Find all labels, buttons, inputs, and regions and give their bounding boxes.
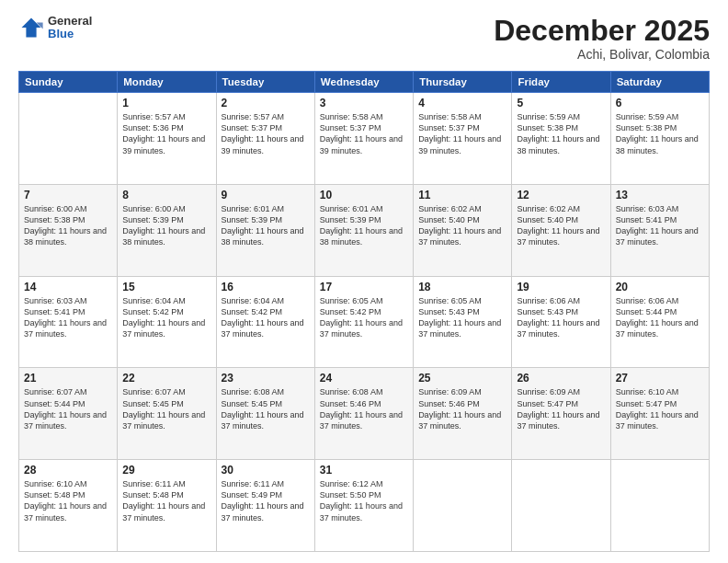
day-number: 24 <box>320 372 408 385</box>
table-row: 21Sunrise: 6:07 AM Sunset: 5:44 PM Dayli… <box>19 368 118 460</box>
table-row: 24Sunrise: 6:08 AM Sunset: 5:46 PM Dayli… <box>314 368 413 460</box>
calendar-week-1: 7Sunrise: 6:00 AM Sunset: 5:38 PM Daylig… <box>19 184 710 276</box>
day-number: 20 <box>616 281 704 293</box>
day-info: Sunrise: 5:59 AM Sunset: 5:38 PM Dayligh… <box>517 111 605 156</box>
day-info: Sunrise: 6:02 AM Sunset: 5:40 PM Dayligh… <box>517 203 605 248</box>
day-number: 7 <box>24 189 112 201</box>
day-number: 30 <box>222 464 310 477</box>
table-row: 18Sunrise: 6:05 AM Sunset: 5:43 PM Dayli… <box>414 276 512 368</box>
table-row: 28Sunrise: 6:10 AM Sunset: 5:48 PM Dayli… <box>19 460 118 552</box>
day-number: 12 <box>517 189 605 201</box>
day-info: Sunrise: 6:10 AM Sunset: 5:47 PM Dayligh… <box>616 386 704 431</box>
logo-text: General Blue <box>48 15 92 41</box>
calendar-header-row: Sunday Monday Tuesday Wednesday Thursday… <box>19 72 710 93</box>
day-info: Sunrise: 6:10 AM Sunset: 5:48 PM Dayligh… <box>24 478 112 523</box>
table-row: 22Sunrise: 6:07 AM Sunset: 5:45 PM Dayli… <box>118 368 216 460</box>
day-info: Sunrise: 6:11 AM Sunset: 5:49 PM Dayligh… <box>222 478 310 523</box>
table-row: 1Sunrise: 5:57 AM Sunset: 5:36 PM Daylig… <box>118 93 216 185</box>
day-number: 8 <box>122 189 210 201</box>
day-number: 16 <box>222 281 310 293</box>
page: General Blue December 2025 Achi, Bolivar… <box>0 0 728 563</box>
table-row: 7Sunrise: 6:00 AM Sunset: 5:38 PM Daylig… <box>19 184 118 276</box>
day-number: 31 <box>320 464 408 477</box>
day-info: Sunrise: 5:57 AM Sunset: 5:36 PM Dayligh… <box>122 111 210 156</box>
day-info: Sunrise: 6:04 AM Sunset: 5:42 PM Dayligh… <box>122 295 210 340</box>
title-block: December 2025 Achi, Bolivar, Colombia <box>494 15 710 62</box>
day-info: Sunrise: 6:01 AM Sunset: 5:39 PM Dayligh… <box>222 203 310 248</box>
day-number: 13 <box>616 189 704 201</box>
table-row <box>19 93 118 185</box>
day-info: Sunrise: 6:03 AM Sunset: 5:41 PM Dayligh… <box>24 295 112 340</box>
table-row: 20Sunrise: 6:06 AM Sunset: 5:44 PM Dayli… <box>610 276 709 368</box>
day-number: 28 <box>24 464 112 477</box>
day-info: Sunrise: 6:03 AM Sunset: 5:41 PM Dayligh… <box>616 203 704 248</box>
day-number: 4 <box>418 97 506 109</box>
th-tuesday: Tuesday <box>216 72 314 93</box>
table-row: 8Sunrise: 6:00 AM Sunset: 5:39 PM Daylig… <box>118 184 216 276</box>
day-info: Sunrise: 6:09 AM Sunset: 5:47 PM Dayligh… <box>517 386 605 431</box>
day-number: 18 <box>418 281 506 293</box>
table-row <box>610 460 709 552</box>
table-row: 16Sunrise: 6:04 AM Sunset: 5:42 PM Dayli… <box>216 276 314 368</box>
day-info: Sunrise: 6:08 AM Sunset: 5:45 PM Dayligh… <box>222 386 310 431</box>
calendar-week-0: 1Sunrise: 5:57 AM Sunset: 5:36 PM Daylig… <box>19 93 710 185</box>
table-row: 10Sunrise: 6:01 AM Sunset: 5:39 PM Dayli… <box>314 184 413 276</box>
th-monday: Monday <box>118 72 216 93</box>
day-info: Sunrise: 5:58 AM Sunset: 5:37 PM Dayligh… <box>418 111 506 156</box>
table-row: 15Sunrise: 6:04 AM Sunset: 5:42 PM Dayli… <box>118 276 216 368</box>
logo-icon <box>18 15 44 40</box>
table-row: 13Sunrise: 6:03 AM Sunset: 5:41 PM Dayli… <box>610 184 709 276</box>
day-info: Sunrise: 6:12 AM Sunset: 5:50 PM Dayligh… <box>320 478 408 523</box>
day-info: Sunrise: 6:11 AM Sunset: 5:48 PM Dayligh… <box>122 478 210 523</box>
logo: General Blue <box>18 15 92 41</box>
calendar-week-4: 28Sunrise: 6:10 AM Sunset: 5:48 PM Dayli… <box>19 460 710 552</box>
table-row: 6Sunrise: 5:59 AM Sunset: 5:38 PM Daylig… <box>610 93 709 185</box>
day-info: Sunrise: 6:02 AM Sunset: 5:40 PM Dayligh… <box>418 203 506 248</box>
logo-general: General <box>48 15 92 28</box>
location-subtitle: Achi, Bolivar, Colombia <box>494 47 710 62</box>
day-number: 17 <box>320 281 408 293</box>
day-number: 9 <box>222 189 310 201</box>
table-row: 14Sunrise: 6:03 AM Sunset: 5:41 PM Dayli… <box>19 276 118 368</box>
table-row <box>414 460 512 552</box>
day-number: 1 <box>122 97 210 109</box>
day-number: 26 <box>517 372 605 385</box>
day-number: 29 <box>122 464 210 477</box>
day-number: 21 <box>24 372 112 385</box>
day-number: 3 <box>320 97 408 109</box>
table-row: 30Sunrise: 6:11 AM Sunset: 5:49 PM Dayli… <box>216 460 314 552</box>
day-info: Sunrise: 6:00 AM Sunset: 5:39 PM Dayligh… <box>122 203 210 248</box>
day-info: Sunrise: 6:05 AM Sunset: 5:43 PM Dayligh… <box>418 295 506 340</box>
day-info: Sunrise: 6:00 AM Sunset: 5:38 PM Dayligh… <box>24 203 112 248</box>
day-info: Sunrise: 6:09 AM Sunset: 5:46 PM Dayligh… <box>418 386 506 431</box>
header: General Blue December 2025 Achi, Bolivar… <box>18 15 710 62</box>
day-number: 19 <box>517 281 605 293</box>
day-info: Sunrise: 6:05 AM Sunset: 5:42 PM Dayligh… <box>320 295 408 340</box>
table-row: 11Sunrise: 6:02 AM Sunset: 5:40 PM Dayli… <box>414 184 512 276</box>
table-row: 25Sunrise: 6:09 AM Sunset: 5:46 PM Dayli… <box>414 368 512 460</box>
th-wednesday: Wednesday <box>314 72 413 93</box>
day-number: 6 <box>616 97 704 109</box>
day-info: Sunrise: 6:01 AM Sunset: 5:39 PM Dayligh… <box>320 203 408 248</box>
day-number: 22 <box>122 372 210 385</box>
calendar-table: Sunday Monday Tuesday Wednesday Thursday… <box>18 71 710 552</box>
day-number: 2 <box>222 97 310 109</box>
day-number: 15 <box>122 281 210 293</box>
day-info: Sunrise: 6:06 AM Sunset: 5:44 PM Dayligh… <box>616 295 704 340</box>
th-friday: Friday <box>512 72 610 93</box>
table-row: 5Sunrise: 5:59 AM Sunset: 5:38 PM Daylig… <box>512 93 610 185</box>
day-number: 25 <box>418 372 506 385</box>
calendar-week-2: 14Sunrise: 6:03 AM Sunset: 5:41 PM Dayli… <box>19 276 710 368</box>
table-row: 12Sunrise: 6:02 AM Sunset: 5:40 PM Dayli… <box>512 184 610 276</box>
table-row: 19Sunrise: 6:06 AM Sunset: 5:43 PM Dayli… <box>512 276 610 368</box>
th-saturday: Saturday <box>610 72 709 93</box>
day-info: Sunrise: 6:07 AM Sunset: 5:44 PM Dayligh… <box>24 386 112 431</box>
day-info: Sunrise: 5:59 AM Sunset: 5:38 PM Dayligh… <box>616 111 704 156</box>
day-info: Sunrise: 6:06 AM Sunset: 5:43 PM Dayligh… <box>517 295 605 340</box>
table-row: 26Sunrise: 6:09 AM Sunset: 5:47 PM Dayli… <box>512 368 610 460</box>
table-row <box>512 460 610 552</box>
day-info: Sunrise: 5:57 AM Sunset: 5:37 PM Dayligh… <box>222 111 310 156</box>
table-row: 31Sunrise: 6:12 AM Sunset: 5:50 PM Dayli… <box>314 460 413 552</box>
day-number: 5 <box>517 97 605 109</box>
table-row: 29Sunrise: 6:11 AM Sunset: 5:48 PM Dayli… <box>118 460 216 552</box>
